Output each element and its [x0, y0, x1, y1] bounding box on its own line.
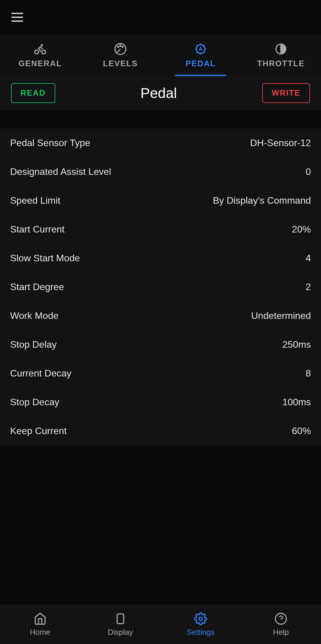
spacer — [0, 110, 321, 129]
nav-label: Help — [273, 628, 289, 637]
setting-start-degree[interactable]: Start Degree 2 — [10, 273, 311, 301]
gear-icon — [194, 42, 207, 56]
home-icon — [34, 612, 47, 625]
setting-value: DH-Sensor-12 — [250, 137, 311, 148]
nav-settings[interactable]: Settings — [160, 605, 241, 644]
contrast-icon — [274, 42, 287, 56]
settings-icon — [194, 612, 207, 625]
setting-label: Pedal Sensor Type — [10, 137, 90, 148]
setting-designated-assist-level[interactable]: Designated Assist Level 0 — [10, 157, 311, 186]
nav-home[interactable]: Home — [0, 605, 80, 644]
tab-throttle[interactable]: THROTTLE — [241, 34, 321, 76]
setting-value: Undetermined — [251, 310, 311, 321]
setting-slow-start-mode[interactable]: Slow Start Mode 4 — [10, 244, 311, 273]
svg-point-5 — [120, 45, 121, 46]
help-icon — [274, 612, 287, 625]
setting-current-decay[interactable]: Current Decay 8 — [10, 359, 311, 388]
setting-label: Keep Current — [10, 425, 67, 436]
svg-point-1 — [42, 50, 46, 54]
setting-label: Slow Start Mode — [10, 253, 80, 264]
svg-point-0 — [35, 50, 39, 54]
setting-value: 4 — [306, 253, 311, 264]
tab-label: THROTTLE — [257, 59, 305, 68]
setting-speed-limit[interactable]: Speed Limit By Display's Command — [10, 186, 311, 215]
tab-levels[interactable]: LEVELS — [80, 34, 160, 76]
write-button[interactable]: WRITE — [262, 83, 310, 103]
setting-value: 250ms — [282, 339, 311, 350]
nav-label: Display — [108, 628, 133, 637]
svg-point-4 — [122, 46, 123, 47]
setting-label: Designated Assist Level — [10, 166, 111, 177]
bicycle-icon — [34, 42, 47, 56]
setting-label: Speed Limit — [10, 195, 60, 206]
action-bar: READ Pedal WRITE — [0, 76, 321, 110]
menu-icon[interactable] — [11, 13, 23, 22]
svg-point-9 — [199, 617, 202, 621]
svg-point-3 — [118, 46, 119, 47]
settings-list: Pedal Sensor Type DH-Sensor-12 Designate… — [0, 129, 321, 445]
read-button[interactable]: READ — [11, 83, 55, 103]
setting-label: Stop Decay — [10, 397, 59, 408]
svg-rect-8 — [117, 614, 124, 624]
setting-stop-delay[interactable]: Stop Delay 250ms — [10, 330, 311, 359]
setting-value: 8 — [306, 368, 311, 379]
tabs-row: GENERAL LEVELS PEDAL THROTTLE — [0, 34, 321, 76]
tab-general[interactable]: GENERAL — [0, 34, 80, 76]
setting-value: 60% — [292, 425, 311, 436]
setting-value: By Display's Command — [213, 195, 311, 206]
setting-keep-current[interactable]: Keep Current 60% — [10, 417, 311, 445]
nav-help[interactable]: Help — [241, 605, 321, 644]
setting-label: Work Mode — [10, 310, 59, 321]
setting-value: 0 — [306, 166, 311, 177]
setting-label: Current Decay — [10, 368, 71, 379]
nav-label: Home — [30, 628, 50, 637]
setting-label: Stop Delay — [10, 339, 57, 350]
page-title: Pedal — [140, 85, 177, 101]
setting-value: 20% — [292, 224, 311, 235]
setting-start-current[interactable]: Start Current 20% — [10, 215, 311, 244]
tab-pedal[interactable]: PEDAL — [160, 34, 241, 76]
setting-value: 2 — [306, 281, 311, 292]
gauge-icon — [114, 42, 127, 56]
setting-stop-decay[interactable]: Stop Decay 100ms — [10, 388, 311, 417]
header-bar — [0, 0, 321, 34]
setting-work-mode[interactable]: Work Mode Undetermined — [10, 301, 311, 330]
setting-pedal-sensor-type[interactable]: Pedal Sensor Type DH-Sensor-12 — [10, 129, 311, 157]
tab-label: PEDAL — [185, 59, 216, 68]
setting-label: Start Degree — [10, 281, 64, 292]
tab-label: LEVELS — [103, 59, 138, 68]
setting-label: Start Current — [10, 224, 64, 235]
bottom-nav: Home Display Settings Help — [0, 605, 321, 644]
display-icon — [114, 612, 127, 625]
setting-value: 100ms — [282, 397, 311, 408]
tab-label: GENERAL — [18, 59, 62, 68]
nav-display[interactable]: Display — [80, 605, 160, 644]
nav-label: Settings — [187, 628, 215, 637]
